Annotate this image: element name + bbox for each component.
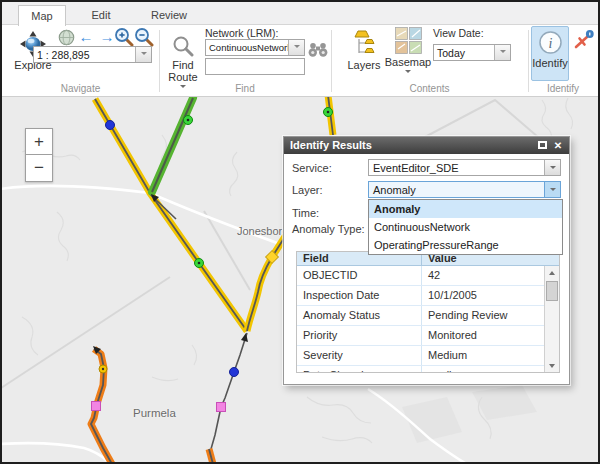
table-row: Date Closed <null> xyxy=(297,366,559,373)
table-row: Inspection Date 10/1/2005 xyxy=(297,286,559,306)
layer-dropdown-button[interactable] xyxy=(544,182,560,197)
group-label-find: Find xyxy=(159,83,331,94)
ribbon-tab-bar: Map Edit Review xyxy=(2,2,598,25)
table-scrollbar[interactable] xyxy=(544,266,559,372)
view-date-value: Today xyxy=(434,45,494,60)
map-zoom-out-button[interactable]: − xyxy=(25,155,53,182)
map-scale-combobox[interactable]: 1 : 288,895 xyxy=(33,46,152,63)
tab-edit[interactable]: Edit xyxy=(76,6,126,25)
map-place-label-purmela: Purmela xyxy=(133,407,176,419)
route-gray-connector-south[interactable] xyxy=(211,333,248,449)
network-combobox[interactable]: ContinuousNetwork xyxy=(205,39,305,56)
previous-extent-icon[interactable]: ← xyxy=(76,29,96,45)
chevron-down-icon xyxy=(500,50,506,56)
route-id-input[interactable] xyxy=(205,58,305,75)
tab-map[interactable]: Map xyxy=(18,5,66,26)
find-route-magnifier-icon xyxy=(172,35,194,59)
group-label-identify: Identify xyxy=(528,83,598,94)
scroll-down-button[interactable] xyxy=(545,359,559,372)
value-cell: 10/1/2005 xyxy=(422,286,559,305)
layer-option-operatingpressurerange[interactable]: OperatingPressureRange xyxy=(369,236,562,254)
route-yellow-branch[interactable] xyxy=(247,232,288,331)
chevron-down-icon xyxy=(405,70,411,76)
group-label-navigate: Navigate xyxy=(2,83,159,94)
field-cell: OBJECTID xyxy=(297,266,422,285)
table-row: Priority Monitored xyxy=(297,326,559,346)
field-cell: Date Closed xyxy=(297,366,422,373)
identify-button-label: Identify xyxy=(532,57,567,69)
value-cell: Monitored xyxy=(422,326,559,345)
tab-review[interactable]: Review xyxy=(138,6,200,25)
basemap-land-parcels xyxy=(402,385,537,443)
map-scale-dropdown-button[interactable] xyxy=(135,47,151,62)
dialog-title: Identify Results xyxy=(290,139,372,151)
layer-label: Layer: xyxy=(292,184,323,196)
find-binoculars-icon[interactable] xyxy=(308,41,328,62)
field-cell: Severity xyxy=(297,346,422,365)
service-value: EventEditor_SDE xyxy=(369,160,544,175)
service-label: Service: xyxy=(292,162,332,174)
group-label-contents: Contents xyxy=(331,83,528,94)
time-label: Time: xyxy=(292,207,319,219)
layer-option-anomaly[interactable]: Anomaly xyxy=(369,200,562,218)
identify-route-location-icon[interactable] xyxy=(573,29,595,55)
route-green[interactable] xyxy=(152,98,193,192)
layer-value: Anomaly xyxy=(369,182,544,197)
service-dropdown-button[interactable] xyxy=(544,160,560,175)
service-combobox[interactable]: EventEditor_SDE xyxy=(368,159,561,176)
value-cell: <null> xyxy=(422,366,559,373)
table-row: Severity Medium xyxy=(297,346,559,366)
basemap-label: Basemap xyxy=(385,57,431,68)
scrollbar-thumb[interactable] xyxy=(546,281,558,301)
scroll-up-button[interactable] xyxy=(545,266,559,279)
chevron-down-icon xyxy=(141,52,147,58)
layers-toc-icon xyxy=(351,29,377,59)
layers-label: Layers xyxy=(347,60,380,71)
route-orange-segment-bottom[interactable] xyxy=(209,449,213,462)
map-canvas[interactable]: Jonesboro Purmela + − Identify Results ✕… xyxy=(2,97,598,462)
layer-dropdown-list: Anomaly ContinuousNetwork OperatingPress… xyxy=(368,199,563,255)
value-cell: Medium xyxy=(422,346,559,365)
layers-button[interactable]: Layers xyxy=(346,29,382,71)
field-cell: Anomaly Status xyxy=(297,306,422,325)
maximize-icon[interactable] xyxy=(538,141,547,149)
view-date-dropdown-button[interactable] xyxy=(494,45,510,60)
value-cell: 42 xyxy=(422,266,559,285)
network-dropdown-button[interactable] xyxy=(288,40,304,55)
network-lrm-label: Network (LRM): xyxy=(205,27,279,39)
identify-circle-i-icon: i xyxy=(538,30,563,57)
svg-text:i: i xyxy=(548,36,552,51)
attributes-table: Field Value OBJECTID 42 Inspection Date … xyxy=(296,251,560,373)
field-cell: Priority xyxy=(297,326,422,345)
scroll-down-icon xyxy=(549,364,555,371)
value-cell: Pending Review xyxy=(422,306,559,325)
chevron-down-icon xyxy=(550,166,556,172)
app-window: Map Edit Review Explore xyxy=(0,0,600,464)
find-route-label-line2: Route xyxy=(168,72,197,83)
marker-blue-point[interactable] xyxy=(106,121,239,377)
table-row: OBJECTID 42 xyxy=(297,266,559,286)
chevron-down-icon xyxy=(550,188,556,194)
layer-option-continuousnetwork[interactable]: ContinuousNetwork xyxy=(369,218,562,236)
network-value: ContinuousNetwork xyxy=(206,40,288,55)
dialog-title-bar: Identify Results ✕ xyxy=(284,137,569,154)
layer-combobox[interactable]: Anomaly xyxy=(368,181,561,198)
anomaly-type-label: Anomaly Type: xyxy=(292,223,365,235)
identify-button[interactable]: i Identify xyxy=(531,26,569,81)
basemap-button[interactable]: Basemap xyxy=(386,27,430,76)
map-place-label-jonesboro: Jonesboro xyxy=(237,225,288,237)
view-date-combobox[interactable]: Today xyxy=(433,44,511,61)
basemap-tiles-icon xyxy=(395,27,422,56)
ribbon: Explore ← → 1 xyxy=(2,25,598,97)
chevron-down-icon xyxy=(294,45,300,51)
scroll-up-icon xyxy=(549,268,555,275)
map-zoom-in-button[interactable]: + xyxy=(25,128,53,155)
map-zoom-control: + − xyxy=(25,128,53,182)
table-row: Anomaly Status Pending Review xyxy=(297,306,559,326)
close-icon[interactable]: ✕ xyxy=(552,140,564,151)
view-date-label: View Date: xyxy=(433,27,484,39)
marker-yellow-circle[interactable] xyxy=(99,365,107,373)
identify-results-dialog: Identify Results ✕ Service: EventEditor_… xyxy=(283,136,570,385)
find-route-label-line1: Find xyxy=(172,60,193,71)
map-scale-value: 1 : 288,895 xyxy=(34,47,135,62)
